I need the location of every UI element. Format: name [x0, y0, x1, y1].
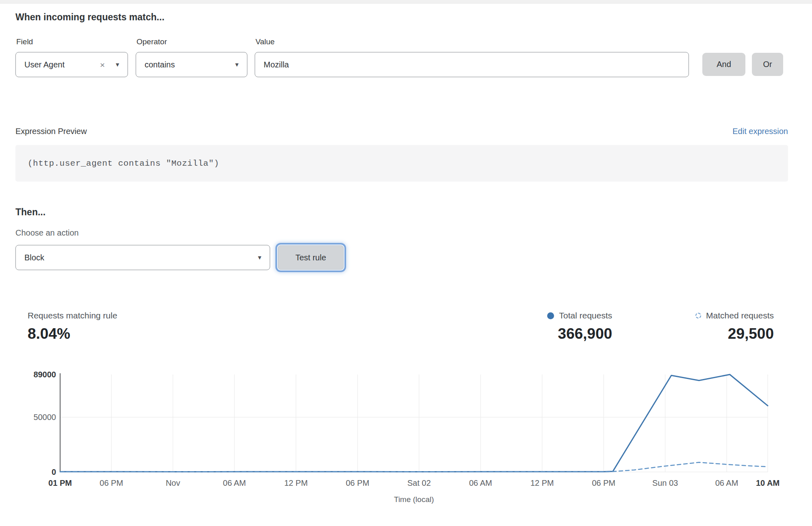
value-input[interactable] — [255, 52, 689, 77]
and-button[interactable]: And — [702, 53, 745, 76]
svg-text:0: 0 — [52, 468, 56, 476]
page-title: When incoming requests match... — [15, 12, 788, 23]
svg-text:01 PM: 01 PM — [48, 478, 72, 487]
svg-text:06 AM: 06 AM — [223, 478, 246, 487]
edit-expression-link[interactable]: Edit expression — [732, 127, 788, 136]
rule-condition-row: Field User Agent × ▼ Operator contains ▼… — [15, 23, 788, 77]
svg-text:Sun 03: Sun 03 — [652, 478, 678, 487]
field-label: Field — [16, 37, 128, 46]
matched-requests-dashed-circle-icon — [695, 313, 701, 318]
clear-field-icon[interactable]: × — [98, 61, 106, 69]
test-rule-button[interactable]: Test rule — [278, 245, 344, 270]
total-requests-label: Total requests — [559, 311, 612, 320]
action-select[interactable]: Block ▼ — [15, 245, 270, 270]
chevron-down-icon: ▼ — [257, 255, 262, 260]
or-button[interactable]: Or — [752, 53, 783, 76]
logic-buttons: And Or — [702, 53, 783, 76]
matched-requests-value: 29,500 — [695, 325, 774, 342]
chevron-down-icon: ▼ — [115, 62, 120, 67]
operator-select-value: contains — [145, 60, 175, 69]
chevron-down-icon: ▼ — [234, 62, 240, 67]
operator-select[interactable]: contains ▼ — [136, 52, 247, 77]
svg-text:89000: 89000 — [33, 370, 56, 379]
svg-text:10 AM: 10 AM — [756, 478, 780, 487]
total-requests-dot-icon — [547, 312, 554, 319]
total-requests-value: 366,900 — [547, 325, 612, 342]
svg-text:06 PM: 06 PM — [592, 478, 615, 487]
field-select[interactable]: User Agent × ▼ — [15, 52, 128, 77]
matched-requests-label: Matched requests — [706, 311, 774, 320]
requests-chart: 8900050000001 PM06 PMNov06 AM12 PM06 PMS… — [0, 365, 812, 510]
section-divider — [0, 0, 812, 4]
action-select-value: Block — [24, 253, 44, 262]
matching-rule-label: Requests matching rule — [28, 311, 117, 320]
svg-text:Nov: Nov — [166, 478, 180, 487]
then-title: Then... — [15, 207, 788, 218]
requests-chart-svg: 8900050000001 PM06 PMNov06 AM12 PM06 PMS… — [0, 365, 812, 508]
matching-rule-value: 8.04% — [28, 325, 117, 342]
svg-text:12 PM: 12 PM — [531, 478, 554, 487]
svg-text:06 PM: 06 PM — [346, 478, 369, 487]
svg-text:Sat 02: Sat 02 — [407, 478, 431, 487]
value-label: Value — [256, 37, 689, 46]
stats-row: Requests matching rule 8.04% Total reque… — [15, 311, 788, 342]
svg-text:Time (local): Time (local) — [394, 495, 434, 504]
choose-action-label: Choose an action — [15, 228, 788, 238]
expression-preview-box: (http.user_agent contains "Mozilla") — [15, 145, 788, 182]
svg-text:12 PM: 12 PM — [284, 478, 308, 487]
svg-text:06 AM: 06 AM — [469, 478, 492, 487]
svg-text:06 AM: 06 AM — [715, 478, 738, 487]
operator-label: Operator — [136, 37, 247, 46]
expression-code: (http.user_agent contains "Mozilla") — [28, 159, 219, 168]
expression-preview-label: Expression Preview — [15, 127, 87, 136]
svg-text:50000: 50000 — [33, 413, 56, 422]
svg-text:06 PM: 06 PM — [100, 478, 123, 487]
field-select-value: User Agent — [24, 60, 65, 69]
